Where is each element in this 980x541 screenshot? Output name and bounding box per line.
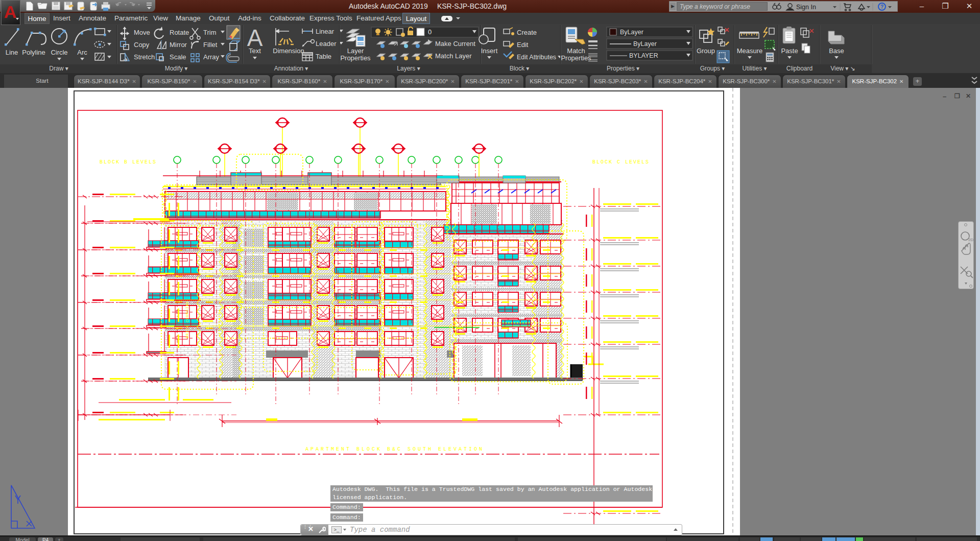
svg-text:Dimension: Dimension [273,47,304,55]
svg-text:Fillet: Fillet [203,41,218,49]
svg-text:BYLAYER: BYLAYER [629,52,658,59]
svg-text:Match Layer: Match Layer [435,52,472,60]
svg-text:Copy: Copy [134,41,150,49]
svg-text:BLOCK C LEVELS: BLOCK C LEVELS [592,159,650,165]
svg-text:Line: Line [6,49,18,56]
svg-text:Trim: Trim [203,29,217,36]
svg-text:ByLayer: ByLayer [633,40,657,48]
svg-text:BLOCK B LEVELS: BLOCK B LEVELS [100,159,157,165]
svg-text:Group: Group [697,47,715,55]
svg-text:BRICK COURSING: BRICK COURSING [185,301,189,338]
svg-text:Create: Create [517,29,537,36]
svg-text:Table: Table [316,53,331,60]
svg-text:A: A [4,2,17,21]
svg-text:2D: 2D [968,238,973,242]
svg-text:Stretch: Stretch [134,53,155,61]
svg-text:Array: Array [203,53,220,61]
svg-text:Paste: Paste [781,47,798,55]
svg-text:Scale: Scale [170,53,186,61]
svg-text:Move: Move [134,29,150,36]
svg-text:Sign In: Sign In [796,4,816,11]
svg-text:Arc: Arc [77,49,87,56]
svg-text:Properties: Properties [340,54,371,62]
svg-text:Leader: Leader [316,40,337,48]
svg-text:ByLayer: ByLayer [620,29,643,36]
svg-text:Edit Attributes: Edit Attributes [517,54,556,61]
svg-text:Make Current: Make Current [435,40,475,48]
svg-text:0: 0 [428,28,432,36]
svg-text:Edit: Edit [517,41,529,49]
svg-text:Rotate: Rotate [170,29,189,36]
svg-text:Mirror: Mirror [170,41,187,49]
svg-text:Circle: Circle [51,49,67,56]
svg-text:Match: Match [567,47,585,55]
svg-text:Properties: Properties [561,54,591,62]
svg-text:Measure: Measure [737,47,763,55]
svg-text:Linear: Linear [316,28,334,35]
svg-text:Text: Text [249,47,261,55]
svg-text:?: ? [880,4,883,10]
svg-text:APARTMENT BLOCK B&C SOUTH ELEV: APARTMENT BLOCK B&C SOUTH ELEVATION [305,446,484,452]
svg-text:Insert: Insert [481,47,498,55]
svg-text:Base: Base [829,47,844,55]
svg-text:Polyline: Polyline [22,49,45,56]
svg-text:Layer: Layer [347,47,364,55]
